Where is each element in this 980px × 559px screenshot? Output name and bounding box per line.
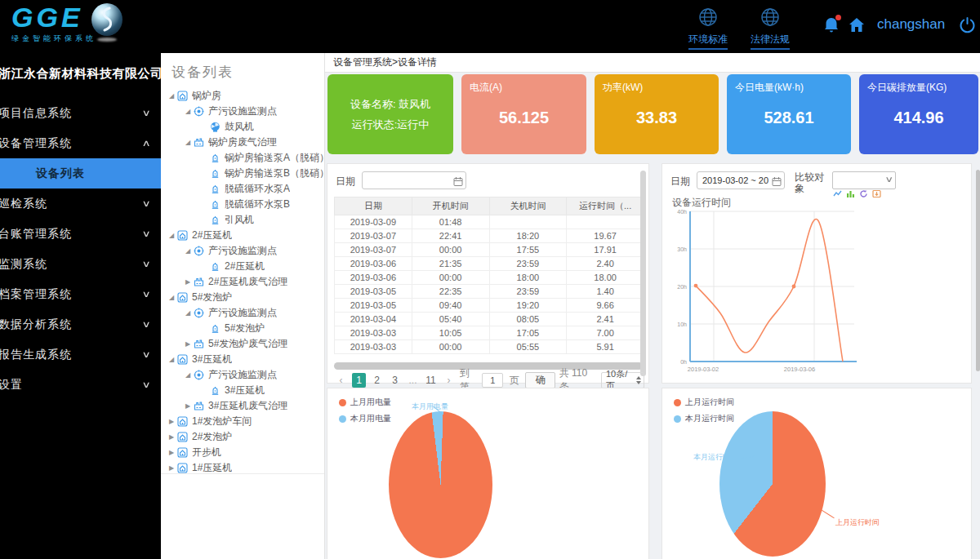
pagination-page-button[interactable]: 1 xyxy=(352,373,366,388)
tree-node[interactable]: ◢ 产污设施监测点 xyxy=(161,243,324,259)
building-icon xyxy=(177,91,189,101)
username-label[interactable]: changshan xyxy=(877,16,945,33)
table-row[interactable]: 2019-03-0901:48 xyxy=(335,215,644,229)
table-row[interactable]: 2019-03-0310:0517:057.00 xyxy=(335,326,644,340)
tree-node[interactable]: ▶ 3#压延机废气治理 xyxy=(161,398,324,414)
tree-node[interactable]: 锅炉房输送泵B（脱硝） xyxy=(161,166,324,181)
sidebar-item[interactable]: 台账管理系统 ∨ xyxy=(0,219,161,249)
tree-collapsed-arrow-icon[interactable]: ▶ xyxy=(184,340,192,348)
tree-collapsed-arrow-icon[interactable]: ▶ xyxy=(167,418,176,425)
tree-node[interactable]: 2#压延机 xyxy=(161,259,324,274)
tree-node[interactable]: 脱硫循环水泵B xyxy=(161,197,324,212)
tree-collapsed-arrow-icon[interactable]: ▶ xyxy=(167,433,176,441)
date-filter-input[interactable] xyxy=(363,175,466,185)
tree-node[interactable]: ◢ 5#发泡炉 xyxy=(161,290,324,305)
tree-expanded-arrow-icon[interactable]: ◢ xyxy=(167,294,176,301)
legend-item[interactable]: 上月用电量 xyxy=(339,397,391,408)
tree-collapsed-arrow-icon[interactable]: ▶ xyxy=(184,402,192,410)
table-row[interactable]: 2019-03-0600:0018:0018.00 xyxy=(335,271,644,285)
tree-expanded-arrow-icon[interactable]: ◢ xyxy=(184,139,192,146)
tree-node[interactable]: ◢ 2#压延机 xyxy=(161,228,324,243)
table-row[interactable]: 2019-03-0405:4008:052.41 xyxy=(335,313,644,326)
page-vertical-scrollbar[interactable] xyxy=(976,170,980,371)
tree-node[interactable]: ▶ 5#发泡炉废气治理 xyxy=(161,336,324,352)
device-tree-panel: 设备列表 ◢ 锅炉房◢ 产污设施监测点 鼓风机◢ 锅炉房废气治理 锅炉房输送泵A… xyxy=(161,53,325,559)
tree-node[interactable]: ◢ 3#压延机 xyxy=(161,352,324,367)
building-icon xyxy=(177,416,189,427)
table-vertical-scrollbar[interactable] xyxy=(640,171,646,376)
stat-card-label: 今日电量(kW·h) xyxy=(735,81,843,95)
table-row[interactable]: 2019-03-0621:3523:592.40 xyxy=(335,257,644,271)
electricity-pie-chart[interactable] xyxy=(389,411,492,558)
tree-node[interactable]: ▶ 2#发泡炉 xyxy=(161,429,324,445)
legend-label: 本月用电量 xyxy=(350,413,391,424)
tree-expanded-arrow-icon[interactable]: ◢ xyxy=(167,356,176,363)
table-row[interactable]: 2019-03-0700:0017:5517.91 xyxy=(335,243,644,257)
tree-expanded-arrow-icon[interactable]: ◢ xyxy=(184,247,192,255)
pagination-page-button[interactable]: 11 xyxy=(424,373,438,388)
tree-node[interactable]: ◢ 锅炉房废气治理 xyxy=(161,135,324,150)
legend-item[interactable]: 本月用电量 xyxy=(339,413,391,424)
sidebar-subitem[interactable]: 设备列表 xyxy=(0,158,161,189)
tree-expanded-arrow-icon[interactable]: ◢ xyxy=(184,371,192,379)
tree-node[interactable]: 5#发泡炉 xyxy=(161,321,324,336)
nav-laws-regulations[interactable]: 法律法规 xyxy=(751,7,790,50)
tree-node[interactable]: ◢ 产污设施监测点 xyxy=(161,367,324,383)
table-row[interactable]: 2019-03-0722:4118:2019.67 xyxy=(335,229,644,243)
calendar-icon[interactable] xyxy=(453,175,463,190)
tree-node[interactable]: ◢ 锅炉房 xyxy=(161,88,324,104)
table-row[interactable]: 2019-03-0522:3523:591.40 xyxy=(335,285,644,299)
pagination-prev-button[interactable]: ‹ xyxy=(334,373,348,388)
sidebar-item[interactable]: 档案管理系统 ∨ xyxy=(0,279,161,309)
sidebar-item-label: 台账管理系统 xyxy=(0,227,72,242)
date-filter-input-wrap xyxy=(362,171,466,189)
sidebar-item[interactable]: 巡检系统 ∨ xyxy=(0,189,161,219)
pagination-next-button[interactable]: › xyxy=(442,373,456,388)
tree-node[interactable]: ◢ 产污设施监测点 xyxy=(161,305,324,321)
tree-expanded-arrow-icon[interactable]: ◢ xyxy=(167,232,176,239)
tree-expanded-arrow-icon[interactable]: ◢ xyxy=(167,92,176,100)
sidebar-item[interactable]: 数据分析系统 ∨ xyxy=(0,309,161,339)
tree-node[interactable]: 鼓风机 xyxy=(161,119,324,135)
building-icon xyxy=(177,230,189,241)
nav-env-standards[interactable]: 环境标准 xyxy=(688,7,728,50)
sidebar-item[interactable]: 报告生成系统 ∨ xyxy=(0,339,161,370)
tree-node[interactable]: ▶ 开步机 xyxy=(161,445,324,460)
tree-collapsed-arrow-icon[interactable]: ▶ xyxy=(167,464,176,472)
tree-node[interactable]: 脱硫循环水泵A xyxy=(161,181,324,197)
pie-callout-label: 本月用电量 xyxy=(412,402,448,412)
tree-collapsed-arrow-icon[interactable]: ▶ xyxy=(184,278,192,286)
sidebar-item[interactable]: 项目信息系统 ∨ xyxy=(0,98,161,128)
notifications-bell-icon[interactable] xyxy=(823,16,840,38)
pagination-goto-input[interactable] xyxy=(482,373,503,388)
line-chart-icon[interactable] xyxy=(833,187,842,202)
tree-expanded-arrow-icon[interactable]: ◢ xyxy=(184,309,192,317)
legend-item[interactable]: 上月运行时间 xyxy=(674,397,734,408)
save-image-icon[interactable] xyxy=(872,187,881,202)
pagination-confirm-button[interactable]: 确定 xyxy=(525,372,555,388)
sidebar-item[interactable]: 设备管理系统 ∧ xyxy=(0,128,161,158)
tree-expanded-arrow-icon[interactable]: ◢ xyxy=(184,108,192,115)
page-size-select[interactable]: 10条/页 xyxy=(601,372,644,388)
refresh-icon[interactable] xyxy=(859,187,868,202)
tree-node[interactable]: ▶ 1#发泡炉车间 xyxy=(161,414,324,429)
tree-node[interactable]: 锅炉房输送泵A（脱硝） xyxy=(161,150,324,166)
pagination-page-button[interactable]: 3 xyxy=(388,373,402,388)
runtime-pie-chart[interactable] xyxy=(719,411,826,557)
bar-chart-icon[interactable] xyxy=(846,187,855,202)
pagination-page-button[interactable]: 2 xyxy=(370,373,384,388)
tree-collapsed-arrow-icon[interactable]: ▶ xyxy=(167,449,176,456)
table-row[interactable]: 2019-03-0300:0005:555.91 xyxy=(335,340,644,354)
tree-node[interactable]: ◢ 产污设施监测点 xyxy=(161,104,324,119)
home-icon[interactable] xyxy=(848,16,866,38)
sidebar-item[interactable]: 监测系统 ∨ xyxy=(0,249,161,279)
table-row[interactable]: 2019-03-0509:4019:209.66 xyxy=(335,299,644,313)
tree-node[interactable]: 引风机 xyxy=(161,212,324,228)
calendar-icon[interactable] xyxy=(772,175,782,190)
sidebar-item[interactable]: 设置 ∨ xyxy=(0,370,161,400)
tree-node[interactable]: 3#压延机 xyxy=(161,383,324,398)
legend-item[interactable]: 本月运行时间 xyxy=(674,413,734,424)
tree-node[interactable]: ▶ 2#压延机废气治理 xyxy=(161,274,324,290)
tree-divider xyxy=(161,473,324,474)
logout-power-icon[interactable] xyxy=(959,16,976,37)
